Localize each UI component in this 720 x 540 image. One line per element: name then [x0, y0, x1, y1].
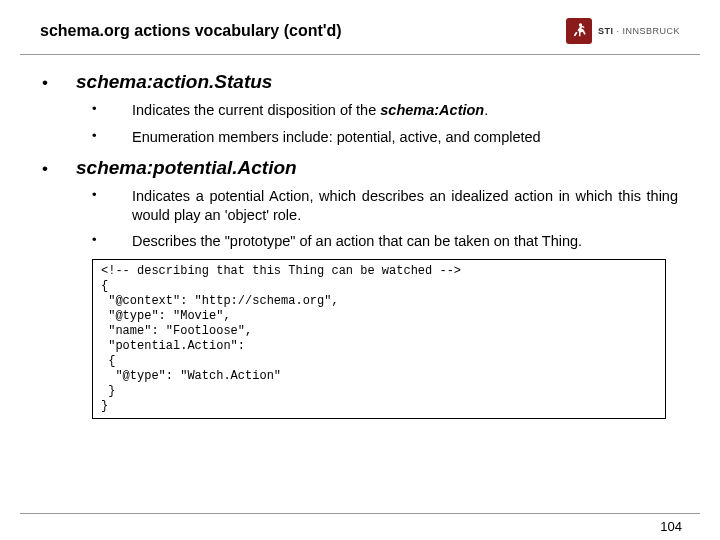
- list-item: • Enumeration members include: potential…: [42, 128, 678, 147]
- list-item-text: Describes the "prototype" of an action t…: [132, 232, 678, 251]
- slide-content: • schema:action.Status • Indicates the c…: [0, 55, 720, 419]
- section-heading: • schema:potential.Action: [42, 157, 678, 179]
- section-heading-text: schema:action.Status: [76, 71, 272, 93]
- list-item-text: Indicates the current disposition of the…: [132, 101, 678, 120]
- slide-header: schema.org actions vocabulary (cont'd) S…: [0, 0, 720, 52]
- logo-text-secondary: INNSBRUCK: [622, 26, 680, 36]
- list-item: • Indicates a potential Action, which de…: [42, 187, 678, 225]
- running-person-icon: [566, 18, 592, 44]
- bullet-icon: •: [92, 101, 132, 120]
- page-number: 104: [660, 519, 682, 534]
- list-item: • Describes the "prototype" of an action…: [42, 232, 678, 251]
- logo-text: STI · INNSBRUCK: [598, 26, 680, 36]
- list-item-text: Enumeration members include: potential, …: [132, 128, 678, 147]
- logo: STI · INNSBRUCK: [566, 18, 680, 44]
- footer-divider: [20, 513, 700, 514]
- list-item-text: Indicates a potential Action, which desc…: [132, 187, 678, 225]
- section-heading: • schema:action.Status: [42, 71, 678, 93]
- list-item: • Indicates the current disposition of t…: [42, 101, 678, 120]
- bullet-icon: •: [92, 187, 132, 225]
- bullet-icon: •: [92, 232, 132, 251]
- slide-title: schema.org actions vocabulary (cont'd): [40, 22, 342, 40]
- bullet-icon: •: [92, 128, 132, 147]
- bullet-icon: •: [42, 160, 76, 177]
- code-block: <!-- describing that this Thing can be w…: [92, 259, 666, 419]
- section-heading-text: schema:potential.Action: [76, 157, 297, 179]
- bullet-icon: •: [42, 74, 76, 91]
- logo-text-primary: STI: [598, 26, 614, 36]
